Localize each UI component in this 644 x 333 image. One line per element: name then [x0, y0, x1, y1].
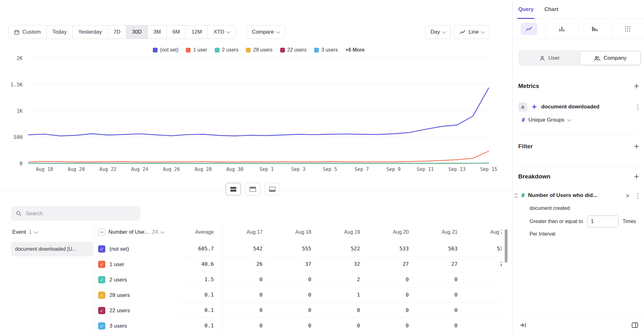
select-all-checkbox[interactable]	[98, 229, 105, 236]
legend-item[interactable]: 22 users	[280, 47, 307, 53]
line-chart-icon	[521, 23, 537, 35]
vertical-scrollbar[interactable]	[505, 229, 508, 263]
row-checkbox[interactable]: ✓	[98, 261, 105, 268]
tab-chart[interactable]: Chart	[544, 0, 558, 19]
hash-icon: #	[521, 192, 525, 199]
svg-text:0: 0	[19, 161, 23, 166]
range-30d-button[interactable]: 30D	[126, 25, 148, 39]
value-cell: 37	[269, 257, 318, 272]
add-breakdown-button[interactable]: +	[634, 172, 639, 181]
column-header[interactable]: Aug 18	[269, 224, 318, 241]
toggle-company[interactable]: Company	[580, 51, 641, 65]
value-cell: 0	[415, 318, 464, 333]
metric-name: document downloaded	[541, 104, 631, 110]
row-checkbox[interactable]: ✓	[98, 292, 105, 299]
range-7d-button[interactable]: 7D	[108, 25, 126, 39]
divider	[518, 136, 639, 136]
breakdown-card: # Number of Users who did... × ⋮ documen…	[514, 188, 641, 237]
add-filter-button[interactable]: +	[634, 142, 639, 151]
chevron-down-icon	[442, 30, 446, 34]
legend-item[interactable]: 1 user	[186, 47, 207, 53]
query-panel: Query Chart	[512, 0, 644, 333]
row-checkbox[interactable]: ✓	[98, 276, 105, 283]
metric-item[interactable]: A document downloaded ⋮	[518, 99, 641, 115]
column-header[interactable]: Aug 17	[220, 224, 269, 241]
compare-button[interactable]: Compare	[247, 25, 285, 39]
breakdown-menu-button[interactable]: ⋮	[635, 192, 641, 199]
tab-query[interactable]: Query	[518, 0, 534, 19]
value-cell: 0	[415, 272, 464, 287]
value-cell: 0	[318, 318, 366, 333]
search-input[interactable]	[25, 210, 136, 217]
remove-breakdown-button[interactable]: ×	[624, 192, 631, 199]
legend-swatch	[153, 48, 158, 52]
legend-item[interactable]: 28 users	[246, 47, 272, 53]
range-today-button[interactable]: Today	[47, 25, 73, 39]
table-only-button[interactable]	[265, 183, 280, 195]
legend-label: 2 users	[222, 47, 238, 53]
svg-text:Sep 5: Sep 5	[323, 166, 337, 172]
drag-handle-icon[interactable]	[514, 194, 518, 197]
column-header[interactable]: Aug 20	[366, 224, 415, 241]
column-header[interactable]: Aug 22	[464, 224, 502, 241]
column-header[interactable]: Aug 19	[318, 224, 366, 241]
value-cell: 0	[269, 303, 318, 318]
collapse-panel-button[interactable]	[519, 322, 526, 329]
chevron-down-icon	[161, 230, 165, 234]
row-values: 0.1000000	[178, 318, 502, 333]
value-cell: 26	[220, 257, 269, 272]
indeterminate-mark	[100, 232, 103, 232]
legend-more[interactable]: +6 More	[345, 47, 364, 53]
value-cell: 2	[318, 272, 366, 287]
legend-item[interactable]: (not set)	[153, 47, 179, 53]
range-custom-button[interactable]: Custom	[8, 25, 47, 39]
value-cell: 0	[269, 272, 318, 287]
threshold-input[interactable]	[587, 216, 619, 227]
interval-dropdown[interactable]: Day	[425, 25, 451, 39]
range-6m-button[interactable]: 6M	[166, 25, 186, 39]
range-3m-button[interactable]: 3M	[147, 25, 167, 39]
table-row: ✓28 users0.1001000	[0, 287, 512, 303]
chart-type-tabs	[513, 19, 644, 39]
tab-segmentation-grid[interactable]	[611, 19, 644, 39]
split-view-button[interactable]	[226, 183, 241, 195]
value-cell: 0	[415, 303, 464, 318]
table-row: ✓1 user40.6263732272728	[0, 257, 512, 272]
range-yesterday-button[interactable]: Yesterday	[72, 25, 108, 39]
tab-bar-chart[interactable]	[546, 19, 579, 39]
value-cell: 1.5	[178, 272, 220, 287]
column-header[interactable]: Aug 21	[415, 224, 464, 241]
per-interval-label: Per Interval	[530, 231, 641, 237]
legend-item[interactable]: 3 users	[314, 47, 338, 53]
row-checkbox[interactable]: ✓	[98, 245, 105, 253]
tab-line-chart[interactable]	[513, 19, 546, 39]
add-metric-button[interactable]: +	[634, 82, 639, 90]
breakdown-event-name: document created	[530, 205, 641, 212]
chart-only-button[interactable]	[245, 183, 260, 195]
row-checkbox[interactable]: ✓	[98, 307, 105, 314]
analytics-app: 05001K1.5K2KAug 18Aug 20Aug 22Aug 24Aug …	[0, 0, 644, 333]
toggle-user[interactable]: User	[519, 51, 580, 65]
chart-type-dropdown[interactable]: Line	[454, 25, 490, 39]
column-header[interactable]: Average	[178, 224, 220, 241]
event-column-header[interactable]: Event 1	[12, 224, 37, 241]
breakdown-condition-row: Greater than or equal to Times	[530, 216, 641, 227]
row-checkbox[interactable]: ✓	[98, 322, 105, 330]
metric-menu-button[interactable]: ⋮	[635, 104, 641, 110]
measure-selector[interactable]: # Unique Groups	[522, 114, 571, 126]
value-cell: 0	[464, 303, 502, 318]
series-column-header[interactable]: Number of Use... 24	[98, 224, 164, 241]
value-cell: 0	[366, 287, 415, 303]
legend-swatch	[246, 48, 251, 52]
legend-swatch	[314, 48, 319, 52]
side-panel-button[interactable]	[631, 322, 638, 328]
chevron-down-icon	[567, 117, 571, 122]
toggle-user-label: User	[548, 55, 560, 61]
tab-funnel-chart[interactable]	[579, 19, 612, 39]
legend-item[interactable]: 2 users	[215, 47, 238, 53]
range-12m-button[interactable]: 12M	[186, 25, 208, 39]
row-values: 40.6263732272728	[178, 257, 502, 272]
range-xtd-button[interactable]: XTD	[208, 25, 236, 39]
svg-text:Sep 15: Sep 15	[480, 166, 497, 172]
row-values: 0.1000000	[178, 303, 502, 318]
